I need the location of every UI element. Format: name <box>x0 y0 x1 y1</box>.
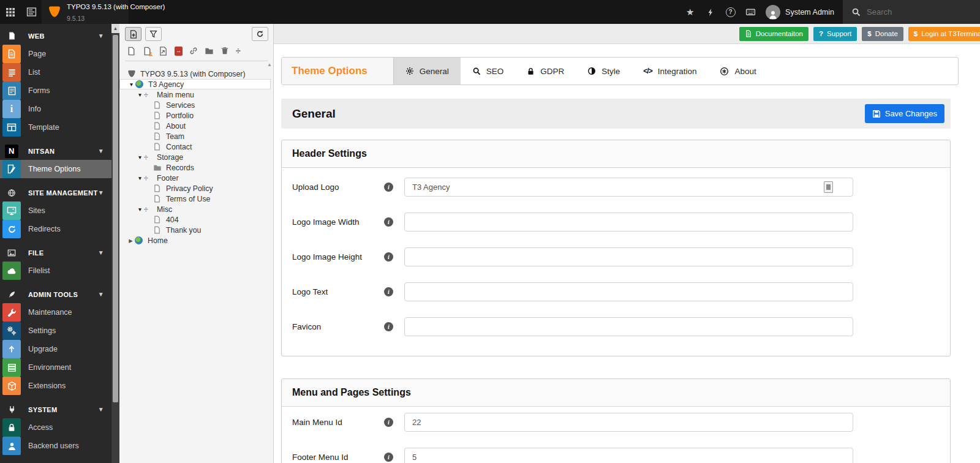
tree-node[interactable]: ▼ ÷ Misc <box>119 204 271 214</box>
info-icon[interactable]: i <box>384 217 393 227</box>
tab-gdpr[interactable]: GDPR <box>515 58 576 85</box>
expand-arrow-icon[interactable]: ▼ <box>136 206 144 213</box>
tree-node[interactable]: ▼ Privacy Policy <box>119 183 271 194</box>
tree-node[interactable]: ▼ About <box>119 121 271 131</box>
section-file[interactable]: FILE ▼ <box>0 244 111 262</box>
sidebar-item-sites[interactable]: Sites <box>0 201 111 220</box>
tree-node[interactable]: ▼ Contact <box>119 141 271 152</box>
sidebar-item-info[interactable]: i Info <box>0 100 111 118</box>
tab-seo[interactable]: SEO <box>461 58 516 85</box>
info-icon[interactable]: i <box>384 322 393 331</box>
upload-logo-input[interactable] <box>404 178 853 197</box>
sidebar-item-forms[interactable]: Forms <box>0 81 111 100</box>
new-shortcut-drag-icon[interactable] <box>159 47 168 56</box>
section-site-management[interactable]: SITE MANAGEMENT ▼ <box>0 184 111 201</box>
sidebar-item-environment[interactable]: Environment <box>0 358 111 377</box>
system-information-icon[interactable] <box>741 0 761 24</box>
footer-menu-id-input[interactable] <box>404 448 853 463</box>
main-menu-id-input[interactable] <box>404 413 853 432</box>
tree-node[interactable]: ▼ Thank you <box>119 225 271 235</box>
sidebar-item-theme-options[interactable]: Theme Options <box>0 160 111 178</box>
tree-node[interactable]: ▼ Services <box>119 100 271 110</box>
tree-node[interactable]: ▼ Portfolio <box>119 110 271 121</box>
pagetree-toggle-icon[interactable] <box>21 0 42 24</box>
logo-image-height-input[interactable] <box>404 247 853 266</box>
sidebar-item-access[interactable]: Access <box>0 418 111 437</box>
logo-image-width-input[interactable] <box>404 213 853 232</box>
section-system[interactable]: SYSTEM ▼ <box>0 401 111 418</box>
expand-arrow-icon[interactable]: ▼ <box>136 175 144 181</box>
refresh-tree-button[interactable] <box>252 27 268 41</box>
tree-node[interactable]: ▶ Home <box>119 235 271 246</box>
info-icon[interactable]: i <box>384 183 393 192</box>
gears-icon <box>2 322 21 340</box>
sidebar-item-upgrade[interactable]: Upgrade <box>0 340 111 358</box>
sidebar-item-redirects[interactable]: Redirects <box>0 220 111 238</box>
info-icon[interactable]: i <box>384 418 393 427</box>
sidebar-item-maintenance[interactable]: Maintenance <box>0 303 111 322</box>
dollar-icon: $ <box>914 30 918 37</box>
sidebar-item-filelist[interactable]: Filelist <box>0 262 111 280</box>
support-button[interactable]: ? Support <box>813 27 857 41</box>
section-nitsan[interactable]: N NITSAN ▼ <box>0 142 111 160</box>
expand-arrow-icon[interactable]: ▼ <box>136 92 144 98</box>
bookmark-star-icon[interactable]: ★ <box>680 0 700 24</box>
tab-style[interactable]: Style <box>576 58 631 85</box>
section-admin-tools[interactable]: ADMIN TOOLS ▼ <box>0 285 111 303</box>
tree-node[interactable]: ▼ Team <box>119 131 271 141</box>
sidebar-item-template[interactable]: Template <box>0 118 111 137</box>
tree-node[interactable]: ▼ 404 <box>119 214 271 225</box>
clear-cache-bolt-icon[interactable] <box>700 0 720 24</box>
sidebar-item-backend-users[interactable]: Backend users <box>0 437 111 455</box>
sidebar-item-page[interactable]: Page <box>0 45 111 63</box>
new-divider-drag-icon[interactable]: ÷ <box>236 46 241 56</box>
save-changes-button[interactable]: Save Changes <box>865 104 944 123</box>
modules-grid-icon[interactable] <box>0 0 21 24</box>
scrollbar-thumb[interactable] <box>113 35 118 402</box>
topbar-search[interactable] <box>843 0 980 24</box>
scroll-up-arrow-icon[interactable]: ▲ <box>111 24 119 33</box>
new-link-drag-icon[interactable] <box>189 47 198 55</box>
filter-button[interactable] <box>145 27 162 41</box>
info-icon[interactable]: i <box>384 252 393 262</box>
record-image-icon[interactable] <box>824 181 833 193</box>
tab-integration[interactable]: </> Integration <box>631 58 708 85</box>
tree-node[interactable]: ▼ Terms of Use <box>119 194 271 204</box>
section-web[interactable]: WEB ▼ <box>0 27 111 45</box>
typo3-logo-block[interactable]: TYPO3 9.5.13 (with Composer) 9.5.13 <box>42 0 129 24</box>
documentation-button[interactable]: Documentaiton <box>739 27 809 41</box>
tab-about[interactable]: About <box>708 58 767 85</box>
page-icon <box>153 216 164 224</box>
login-t3terminal-button[interactable]: $ Login at T3Terminal <box>908 27 980 41</box>
sidebar-item-list[interactable]: List <box>0 63 111 81</box>
tree-node[interactable]: ▼ Records <box>119 162 271 173</box>
new-page-alt-drag-icon[interactable] <box>143 47 152 56</box>
info-icon[interactable]: i <box>384 287 393 296</box>
user-menu[interactable]: System Admin <box>761 0 843 24</box>
help-icon[interactable]: ? <box>720 0 741 24</box>
trash-icon[interactable] <box>221 47 229 55</box>
donate-button[interactable]: $ Donate <box>862 27 903 41</box>
logo-text-input[interactable] <box>404 282 853 301</box>
new-page-button[interactable] <box>125 27 141 41</box>
tree-node-selected[interactable]: ▼ T3 Agency <box>119 79 271 89</box>
tree-node[interactable]: ▼ ÷ Storage <box>119 152 271 162</box>
tree-scroll-arrow-icon[interactable]: ▲ <box>267 62 272 67</box>
new-folder-drag-icon[interactable] <box>205 47 214 56</box>
new-page-drag-icon[interactable] <box>127 47 136 56</box>
expand-arrow-icon[interactable]: ▼ <box>136 154 144 160</box>
sidebar-item-settings[interactable]: Settings <box>0 322 111 340</box>
user-avatar-icon <box>766 5 780 20</box>
tab-general[interactable]: General <box>394 58 461 85</box>
info-icon[interactable]: i <box>384 453 393 462</box>
new-mount-drag-icon[interactable]: → <box>175 47 183 56</box>
tree-node[interactable]: ▼ ÷ Footer <box>119 173 271 183</box>
tree-node-root[interactable]: ▼ TYPO3 9.5.13 (with Composer) <box>119 69 271 79</box>
tree-node[interactable]: ▼ ÷ Main menu <box>119 89 271 100</box>
sidebar-item-extensions[interactable]: Extensions <box>0 377 111 395</box>
expand-arrow-icon[interactable]: ▼ <box>127 81 135 88</box>
module-menu-scrollbar[interactable]: ▲ <box>111 24 119 463</box>
collapse-arrow-icon[interactable]: ▶ <box>127 238 135 244</box>
search-input[interactable] <box>867 7 959 17</box>
favicon-input[interactable] <box>404 317 853 336</box>
